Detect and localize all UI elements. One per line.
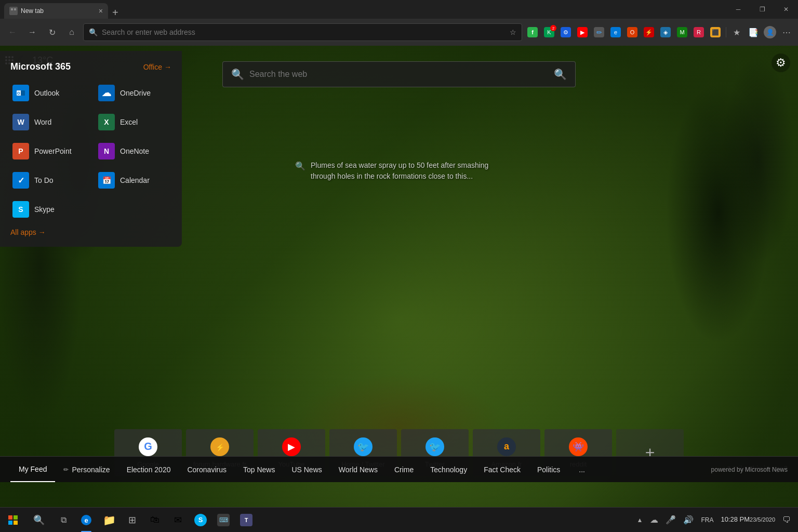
submit-search-button[interactable]: 🔍 [554,68,567,81]
taskbar-mail[interactable]: ✉ [166,508,189,533]
excel-label: Excel [120,118,138,126]
search-container: 🔍 🔍 [222,61,576,87]
app-word[interactable]: W Word [10,112,86,132]
ext-green[interactable]: M [675,25,689,39]
settings-button[interactable]: ⚙ [772,54,790,72]
more-button[interactable]: ⋯ [779,25,794,39]
refresh-button[interactable]: ↻ [44,24,60,41]
office-link[interactable]: Office → [143,63,171,71]
browser-toolbar: ← → ↻ ⌂ 🔍 ☆ f K 2 ⚙ ▶ ✏ e O ⚡ [0,19,798,46]
taskbar-devtools[interactable]: ⌨ [212,508,235,533]
svg-rect-9 [8,515,12,520]
ext-feedly[interactable]: f [525,25,540,39]
powerpoint-icon: P [12,143,29,159]
onenote-label: OneNote [120,147,149,155]
collections-button[interactable]: 📑 [746,25,761,39]
news-tab-usnews[interactable]: US News [283,457,330,482]
tray-arrow[interactable]: ▲ [634,508,646,533]
back-button[interactable]: ← [4,24,21,41]
ext-kaspersky[interactable]: K 2 [542,25,556,39]
search-input[interactable] [249,70,549,79]
word-label: Word [34,118,51,126]
ext-bitwarden[interactable]: ⚙ [558,25,573,39]
ext-red2[interactable]: R [691,25,706,39]
notifications-button[interactable]: 🗨 [779,508,794,533]
svg-text:⚡: ⚡ [216,443,225,452]
search-icon: 🔍 [231,68,244,81]
address-bar[interactable]: 🔍 ☆ [83,23,522,41]
app-outlook[interactable]: O Outlook [10,83,86,103]
powerpoint-label: PowerPoint [34,147,72,155]
skype-label: Skype [34,205,55,214]
taskbar-edge[interactable]: e [75,508,98,533]
tray-mic[interactable]: 🎤 [662,508,679,533]
news-tab-politics[interactable]: Politics [529,457,568,482]
news-tab-more[interactable]: ... [570,457,593,482]
onenote-icon: N [98,143,115,159]
windows-search-button[interactable]: 🔍 [26,508,52,533]
home-button[interactable]: ⌂ [63,24,80,41]
app-excel[interactable]: X Excel [96,112,171,132]
taskbar-skype[interactable]: S [189,508,212,533]
news-tab-factcheck[interactable]: Fact Check [475,457,529,482]
image-description: Plumes of sea water spray up to 50 feet … [311,160,503,182]
todo-icon: ✓ [12,172,29,189]
tray-cloud[interactable]: ☁ [647,508,661,533]
favorites-button[interactable]: ★ [729,25,744,39]
news-tab-worldnews[interactable]: World News [330,457,386,482]
close-button[interactable]: ✕ [774,0,798,19]
news-tab-topnews[interactable]: Top News [235,457,283,482]
ext-youtube[interactable]: ▶ [575,25,590,39]
news-tab-crime[interactable]: Crime [386,457,422,482]
new-tab-button[interactable]: + [108,7,123,19]
taskbar-teams[interactable]: T [235,508,258,533]
language-indicator[interactable]: FRA [698,508,716,533]
start-button[interactable] [0,508,26,533]
ext-edge[interactable]: e [608,25,623,39]
svg-rect-12 [14,521,18,525]
taskbar-explorer[interactable]: 📁 [98,508,121,533]
app-skype[interactable]: S Skype [10,199,86,220]
svg-rect-2 [14,8,16,10]
taskbar-store[interactable]: 🛍 [143,508,166,533]
app-powerpoint[interactable]: P PowerPoint [10,141,86,162]
active-tab[interactable]: New tab × [4,3,108,19]
tab-close-button[interactable]: × [99,7,103,15]
app-onenote[interactable]: N OneNote [96,141,171,162]
twitter-icon: 🐦 [425,437,444,456]
system-clock[interactable]: 10:28 PM 23/5/2020 [717,508,778,533]
toolbar-extensions: f K 2 ⚙ ▶ ✏ e O ⚡ ◈ M R [525,25,794,39]
ext-office[interactable]: O [625,25,640,39]
ext-red[interactable]: ⚡ [642,25,656,39]
taskbar-calculator[interactable]: ⊞ [121,508,143,533]
task-view-button[interactable]: ⧉ [52,508,75,533]
account-button[interactable]: 👤 [763,25,777,39]
browser-titlebar: New tab × + ─ ❐ ✕ [0,0,798,19]
app-onedrive[interactable]: ☁ OneDrive [96,83,171,103]
ext-orange[interactable]: ⬛ [708,25,723,39]
address-input[interactable] [102,28,506,36]
home-twitter-icon: 🐦 [354,437,373,456]
tray-volume[interactable]: 🔊 [680,508,697,533]
maximize-button[interactable]: ❐ [750,0,774,19]
app-calendar[interactable]: 📅 Calendar [96,170,171,191]
image-info: 🔍 Plumes of sea water spray up to 50 fee… [295,160,503,182]
onedrive-icon: ☁ [98,85,115,101]
pencil-icon: ✏ [63,466,69,473]
ext-blue[interactable]: ◈ [658,25,673,39]
news-tab-personalize[interactable]: ✏ Personalize [55,457,118,482]
ext-pen[interactable]: ✏ [592,25,606,39]
news-tab-technology[interactable]: Technology [422,457,475,482]
app-todo[interactable]: ✓ To Do [10,170,86,191]
minimize-button[interactable]: ─ [726,0,750,19]
forward-button[interactable]: → [24,24,41,41]
news-tab-myfeed[interactable]: My Feed [10,457,55,482]
system-tray: ▲ ☁ 🎤 🔊 FRA 10:28 PM 23/5/2020 🗨 [634,508,798,533]
news-tab-election[interactable]: Election 2020 [118,457,179,482]
all-apps-link[interactable]: All apps → [10,228,171,236]
bookmark-icon[interactable]: ☆ [510,28,516,36]
window-controls: ─ ❐ ✕ [726,0,798,19]
search-box[interactable]: 🔍 🔍 [222,61,576,87]
news-tab-coronavirus[interactable]: Coronavirus [179,457,234,482]
tab-favicon [9,7,18,15]
